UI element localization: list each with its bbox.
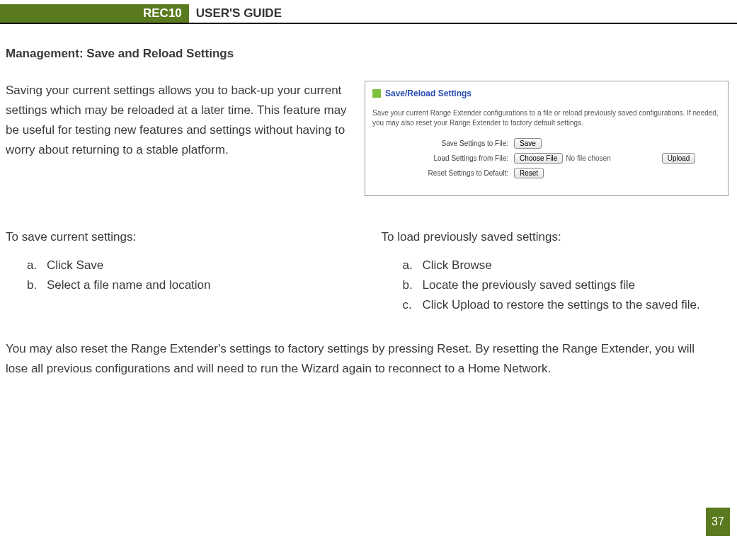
widget-bullet-icon (372, 89, 381, 98)
list-item: a.Click Save (27, 256, 353, 275)
save-button[interactable]: Save (514, 138, 542, 149)
list-text: Locate the previously saved settings fil… (423, 275, 636, 295)
list-text: Click Upload to restore the settings to … (423, 295, 700, 315)
save-label: Save Settings to File: (372, 139, 514, 147)
list-text: Click Browse (423, 256, 492, 275)
intro-paragraph: Saving your current settings allows you … (6, 81, 352, 196)
intro-row: Saving your current settings allows you … (6, 81, 729, 196)
list-item: b.Select a file name and location (27, 275, 353, 295)
list-marker: b. (27, 275, 47, 295)
reset-label: Reset Settings to Default: (372, 169, 514, 177)
list-marker: a. (403, 256, 423, 275)
reset-button[interactable]: Reset (514, 168, 544, 178)
instructions-columns: To save current settings: a.Click Save b… (6, 230, 729, 315)
list-marker: b. (403, 275, 423, 295)
list-text: Select a file name and location (47, 275, 211, 295)
list-marker: a. (27, 256, 47, 275)
reset-row: Reset Settings to Default: Reset (372, 168, 721, 178)
upload-button[interactable]: Upload (662, 153, 696, 164)
save-heading: To save current settings: (6, 230, 353, 244)
list-item: a.Click Browse (403, 256, 729, 275)
page-header: REC10 USER'S GUIDE (0, 4, 737, 24)
header-accent (0, 4, 11, 23)
no-file-text: No file chosen (566, 154, 610, 162)
header-title: USER'S GUIDE (189, 4, 289, 23)
widget-title: Save/Reload Settings (385, 88, 472, 98)
load-heading: To load previously saved settings: (382, 230, 729, 244)
load-list: a.Click Browse b.Locate the previously s… (382, 256, 729, 315)
load-instructions: To load previously saved settings: a.Cli… (382, 230, 729, 315)
choose-file-button[interactable]: Choose File (514, 153, 563, 164)
list-text: Click Save (47, 256, 103, 275)
load-row: Load Settings from File: Choose File No … (372, 153, 721, 164)
content-area: Management: Save and Reload Settings Sav… (0, 24, 737, 379)
header-badge: REC10 (11, 4, 189, 23)
save-reload-widget: Save/Reload Settings Save your current R… (365, 81, 729, 196)
save-row: Save Settings to File: Save (372, 138, 721, 149)
save-list: a.Click Save b.Select a file name and lo… (6, 256, 353, 295)
widget-description: Save your current Range Extender configu… (372, 108, 721, 128)
save-instructions: To save current settings: a.Click Save b… (6, 230, 353, 315)
list-marker: c. (403, 295, 423, 315)
section-title: Management: Save and Reload Settings (6, 47, 729, 61)
list-item: b.Locate the previously saved settings f… (403, 275, 729, 295)
list-item: c.Click Upload to restore the settings t… (403, 295, 729, 315)
page-number: 37 (706, 508, 730, 536)
reset-paragraph: You may also reset the Range Extender's … (6, 339, 729, 379)
widget-header: Save/Reload Settings (372, 88, 721, 98)
load-label: Load Settings from File: (372, 154, 514, 162)
